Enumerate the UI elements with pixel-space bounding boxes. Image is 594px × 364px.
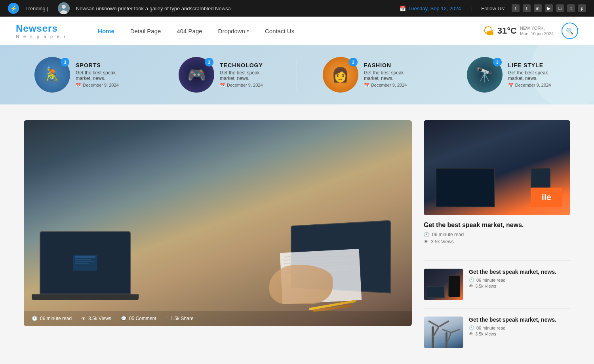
laptop-left-screen	[40, 232, 130, 294]
social-icons-group: f t in ▶ Li t p	[512, 4, 586, 12]
right-top-title: Get the best speak market, news.	[424, 222, 570, 229]
hero-categories-section: 🚴 3 SPORTS Get the best speak market, ne…	[0, 45, 594, 104]
nav-home[interactable]: Home	[91, 25, 122, 38]
twitter-icon[interactable]: t	[523, 4, 531, 12]
weather-icon: 🌤	[483, 25, 494, 38]
top-bar: ⚡ Trending | Newsan unknown printer took…	[0, 0, 594, 17]
comment-icon: 💬	[121, 316, 127, 321]
lifestyle-info: LIFE STYLE Get the best speak market, ne…	[508, 62, 560, 88]
sc1-read-time: 🕐 06 minute read	[469, 277, 570, 282]
lifestyle-desc: Get the best speak market, news.	[508, 70, 560, 81]
separator-2	[297, 59, 297, 91]
category-sports[interactable]: 🚴 3 SPORTS Get the best speak market, ne…	[34, 57, 127, 93]
sc1-views: 👁 3.5k Views	[469, 284, 570, 288]
tumblr-icon[interactable]: t	[567, 4, 575, 12]
card1-phone	[448, 275, 460, 297]
svg-rect-6	[75, 261, 94, 262]
fashion-desc: Get the best speak market, news.	[364, 70, 415, 81]
date-section: 📅 Tuesday, Sep 12, 2024	[400, 6, 461, 11]
cyclist-icon: 🚴	[42, 66, 62, 84]
chevron-down-icon: ▾	[247, 28, 249, 34]
nav-404[interactable]: 404 Page	[169, 25, 209, 38]
small-card-1-meta: 🕐 06 minute read 👁 3.5k Views	[469, 277, 570, 288]
clock-icon: 🕐	[32, 316, 38, 321]
hero-photo	[24, 120, 412, 326]
logo-main: Newsers	[16, 23, 67, 34]
shares-text: 1.5k Share	[171, 316, 194, 321]
nav-dropdown[interactable]: Dropdown ▾	[211, 25, 256, 38]
fashion-date: 📅 December 9, 2024	[364, 83, 415, 88]
comments-badge: 💬 05 Comment	[121, 316, 156, 321]
facebook-icon[interactable]: f	[512, 4, 520, 12]
pinterest-icon[interactable]: p	[578, 4, 586, 12]
sports-date: 📅 December 9, 2024	[76, 83, 127, 88]
right-small-card-2[interactable]: Get the best speak market, news. 🕐 06 mi…	[424, 308, 570, 348]
tech-title: TECHNOLOGY	[220, 62, 271, 68]
right-read-time: 🕐 06 minute read	[424, 232, 570, 237]
hero-article-image[interactable]: 🕐 06 minute read 👁 3.5k Views 💬 05 Comme…	[24, 120, 412, 326]
left-column: 🕐 06 minute read 👁 3.5k Views 💬 05 Comme…	[24, 120, 412, 348]
tech-person-icon: 🎮	[187, 66, 206, 83]
calendar-icon: 📅	[76, 83, 81, 88]
eye-icon: 👁	[81, 316, 86, 321]
follow-us-label: Follow Us:	[481, 6, 505, 11]
search-button[interactable]: 🔍	[562, 23, 578, 39]
separator: |	[470, 6, 472, 11]
laptop-left-body	[40, 231, 131, 294]
share-icon: ↑	[166, 316, 168, 321]
turbine-blade-3	[438, 320, 449, 327]
category-technology[interactable]: 🎮 3 TECHNOLOGY Get the best speak market…	[179, 57, 271, 93]
tech-desc: Get the best speak market, news.	[220, 70, 271, 81]
sports-title: SPORTS	[76, 62, 127, 68]
lifestyle-title: LIFE STYLE	[508, 62, 560, 68]
nav-contact[interactable]: Contact Us	[258, 25, 301, 38]
search-icon: 🔍	[566, 27, 574, 35]
lifestyle-person-icon: 🔭	[476, 66, 493, 83]
separator-1	[153, 59, 153, 91]
tech-img-wrapper: 🎮 3	[179, 57, 214, 93]
linkedin-icon[interactable]: Li	[556, 4, 564, 12]
youtube-icon[interactable]: ▶	[545, 4, 553, 12]
sc2-views: 👁 3.5k Views	[469, 332, 570, 336]
sports-info: SPORTS Get the best speak market, news. …	[76, 62, 127, 88]
views-text: 3.5k Views	[88, 316, 111, 321]
right-column: ile Get the best speak market, news. 🕐 0…	[424, 120, 570, 348]
right-top-meta: 🕐 06 minute read 👁 3.5k Views	[424, 232, 570, 245]
hero-article-meta: 🕐 06 minute read 👁 3.5k Views 💬 05 Comme…	[24, 311, 412, 326]
lifestyle-date: 📅 December 9, 2024	[508, 83, 560, 88]
calendar-icon-4: 📅	[508, 83, 514, 88]
right-laptop	[436, 168, 495, 207]
tech-badge: 3	[205, 58, 213, 66]
calendar-icon-2: 📅	[220, 83, 225, 88]
clock-icon-2: 🕐	[424, 232, 430, 237]
weather-location: NEW YORK, Mon. 10 jun 2024	[520, 25, 554, 37]
svg-point-1	[62, 5, 66, 9]
tech-date: 📅 December 9, 2024	[220, 83, 271, 88]
lifestyle-badge: 3	[493, 58, 502, 66]
card2-photo	[424, 317, 463, 348]
logo[interactable]: Newsers N e s p a p e r	[16, 23, 67, 39]
turbine-blade-6	[451, 329, 460, 333]
eye-icon-3: 👁	[469, 284, 473, 288]
nav-detail[interactable]: Detail Page	[123, 25, 168, 38]
small-card-2-image	[424, 317, 463, 348]
nav-links: Home Detail Page 404 Page Dropdown ▾ Con…	[91, 25, 483, 38]
category-fashion[interactable]: 👩 3 FASHION Get the best speak market, n…	[323, 57, 415, 93]
read-time-badge: 🕐 06 minute read	[32, 316, 72, 321]
navbar: Newsers N e s p a p e r Home Detail Page…	[0, 17, 594, 45]
instagram-icon[interactable]: in	[534, 4, 542, 12]
small-card-2-meta: 🕐 06 minute read 👁 3.5k Views	[469, 325, 570, 336]
small-card-1-title: Get the best speak market, news.	[469, 269, 570, 275]
brand-box: ile	[531, 188, 562, 207]
category-lifestyle[interactable]: 🔭 3 LIFE STYLE Get the best speak market…	[467, 57, 560, 93]
right-top-article[interactable]: ile Get the best speak market, news. 🕐 0…	[424, 120, 570, 252]
laptop-left-base	[32, 294, 139, 300]
fashion-info: FASHION Get the best speak market, news.…	[364, 62, 415, 88]
right-top-image: ile	[424, 120, 570, 215]
right-small-card-1[interactable]: Get the best speak market, news. 🕐 06 mi…	[424, 260, 570, 300]
dropdown-label: Dropdown	[218, 28, 245, 34]
tech-info: TECHNOLOGY Get the best speak market, ne…	[220, 62, 271, 88]
logo-sub: N e s p a p e r	[16, 34, 67, 39]
trending-icon: ⚡	[8, 3, 19, 14]
separator-3	[441, 59, 441, 91]
